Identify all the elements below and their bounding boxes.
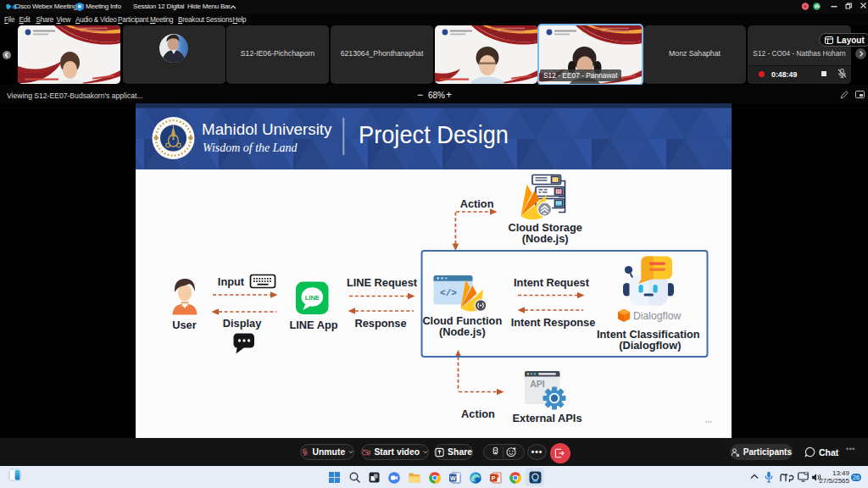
svg-text:API: API (530, 379, 545, 389)
svg-text:W: W (450, 474, 456, 480)
svg-text:Response: Response (354, 317, 406, 330)
svg-text:Intent Response: Intent Response (511, 316, 596, 329)
svg-text:External APIs: External APIs (512, 412, 581, 424)
svg-text:Project Design: Project Design (359, 120, 509, 148)
svg-text:Display: Display (223, 317, 262, 330)
svg-text:LINE Request: LINE Request (347, 276, 418, 289)
svg-text:(Node.js): (Node.js) (439, 325, 486, 338)
svg-text:LINE: LINE (305, 294, 320, 302)
svg-text:Action: Action (460, 197, 494, 210)
svg-text:User: User (172, 319, 196, 331)
svg-text:Input: Input (218, 275, 245, 288)
svg-text:Wisdom of the Land: Wisdom of the Land (203, 141, 298, 154)
svg-text:Mahidol University: Mahidol University (202, 120, 332, 138)
svg-text:</>: </> (440, 288, 457, 298)
svg-text:Dialogflow: Dialogflow (633, 310, 681, 322)
svg-text:P: P (492, 474, 496, 480)
svg-text:(Node.js): (Node.js) (522, 232, 569, 245)
svg-text:(Dialogflow): (Dialogflow) (619, 339, 681, 352)
svg-text:Intent Request: Intent Request (514, 276, 590, 289)
svg-text:Action: Action (461, 408, 495, 420)
svg-text:LINE App: LINE App (289, 319, 337, 331)
